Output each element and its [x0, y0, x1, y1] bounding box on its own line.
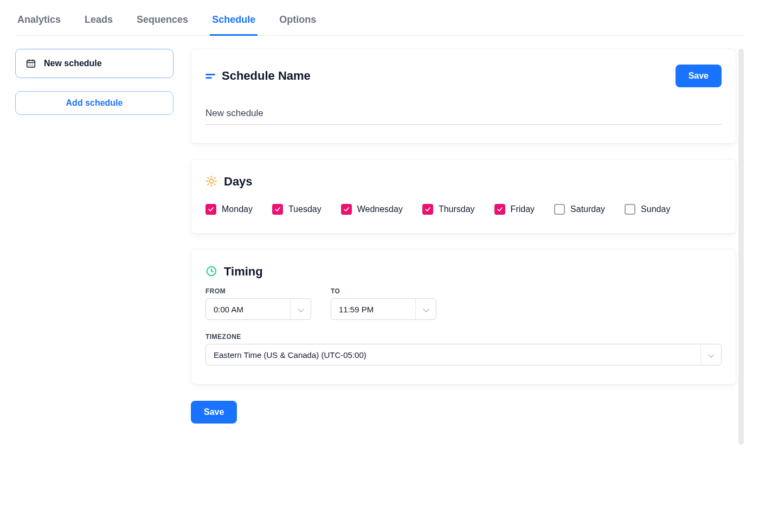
day-label: Sunday: [641, 204, 670, 214]
day-sunday[interactable]: Sunday: [625, 204, 670, 215]
top-tabs: Analytics Leads Sequences Schedule Optio…: [15, 7, 744, 36]
sidebar: New schedule Add schedule: [15, 49, 173, 424]
scrollbar[interactable]: [738, 49, 744, 445]
to-time-value: 11:59 PM: [339, 305, 374, 314]
svg-line-18: [214, 177, 215, 178]
days-row: Monday Tuesday Wednesday: [205, 204, 722, 215]
day-label: Monday: [222, 204, 253, 214]
svg-point-10: [209, 179, 213, 183]
checkbox-monday[interactable]: [205, 204, 216, 215]
timezone-select[interactable]: Eastern Time (US & Canada) (UTC-05:00): [205, 344, 722, 366]
tab-schedule[interactable]: Schedule: [210, 7, 258, 36]
tab-analytics[interactable]: Analytics: [15, 7, 63, 36]
panel-days: Days Monday Tuesday: [191, 159, 736, 234]
day-label: Friday: [511, 204, 535, 214]
svg-point-6: [33, 63, 33, 65]
checkbox-saturday[interactable]: [554, 204, 565, 215]
to-label: TO: [331, 287, 436, 295]
notes-icon: [205, 74, 215, 79]
day-thursday[interactable]: Thursday: [422, 204, 475, 215]
panel-title-timing: Timing: [224, 265, 263, 279]
tab-leads[interactable]: Leads: [82, 7, 115, 36]
svg-line-16: [214, 184, 215, 185]
day-wednesday[interactable]: Wednesday: [341, 204, 403, 215]
timezone-label: TIMEZONE: [205, 333, 722, 341]
svg-point-4: [29, 63, 30, 65]
panel-timing: Timing FROM 0:00 AM TO 11:59 PM: [191, 249, 736, 384]
day-monday[interactable]: Monday: [205, 204, 253, 215]
sun-icon: [205, 175, 217, 189]
svg-line-17: [208, 184, 209, 185]
checkbox-friday[interactable]: [494, 204, 505, 215]
day-label: Thursday: [439, 204, 475, 214]
to-time-select[interactable]: 11:59 PM: [331, 298, 436, 320]
panel-title-days: Days: [224, 175, 253, 189]
tab-sequences[interactable]: Sequences: [134, 7, 190, 36]
from-label: FROM: [205, 287, 311, 295]
tab-options[interactable]: Options: [277, 7, 318, 36]
clock-icon: [205, 265, 217, 279]
checkbox-sunday[interactable]: [625, 204, 635, 215]
checkbox-tuesday[interactable]: [272, 204, 283, 215]
checkbox-wednesday[interactable]: [341, 204, 352, 215]
timezone-value: Eastern Time (US & Canada) (UTC-05:00): [214, 350, 366, 360]
schedule-item-label: New schedule: [44, 59, 102, 68]
from-time-select[interactable]: 0:00 AM: [205, 298, 311, 320]
day-label: Tuesday: [288, 204, 321, 214]
checkbox-thursday[interactable]: [422, 204, 433, 215]
from-time-value: 0:00 AM: [214, 305, 243, 314]
day-label: Wednesday: [357, 204, 403, 214]
svg-point-5: [30, 63, 31, 65]
chevron-down-icon: [290, 299, 311, 319]
schedule-name-input[interactable]: [205, 106, 722, 125]
calendar-icon: [25, 58, 36, 69]
day-saturday[interactable]: Saturday: [554, 204, 605, 215]
svg-point-8: [30, 65, 31, 66]
day-tuesday[interactable]: Tuesday: [272, 204, 321, 215]
day-friday[interactable]: Friday: [494, 204, 535, 215]
panel-title-schedule-name: Schedule Name: [222, 69, 311, 83]
main-content: Schedule Name Save: [191, 49, 744, 424]
schedule-item-new[interactable]: New schedule: [15, 49, 173, 78]
save-button[interactable]: Save: [191, 401, 237, 424]
save-name-button[interactable]: Save: [676, 65, 722, 87]
panel-schedule-name: Schedule Name Save: [191, 49, 736, 144]
add-schedule-button[interactable]: Add schedule: [15, 91, 173, 115]
day-label: Saturday: [570, 204, 605, 214]
chevron-down-icon: [415, 299, 436, 319]
chevron-down-icon: [700, 344, 721, 365]
svg-point-7: [29, 65, 30, 66]
svg-line-15: [208, 177, 209, 178]
svg-point-9: [33, 65, 33, 66]
